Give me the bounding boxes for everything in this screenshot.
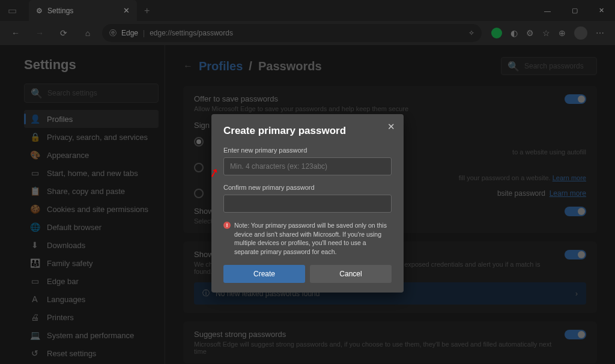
create-primary-password-dialog: ✕ Create primary password Enter new prim… <box>211 114 404 293</box>
confirm-password-label: Confirm new primary password <box>223 184 392 191</box>
dialog-note-text: Note: Your primary password will be save… <box>234 221 392 256</box>
confirm-password-input[interactable] <box>223 195 392 213</box>
modal-overlay: ✕ Create primary password Enter new prim… <box>0 0 615 364</box>
dialog-title: Create primary password <box>223 125 392 137</box>
alert-icon: ! <box>223 222 231 229</box>
cancel-button[interactable]: Cancel <box>310 265 392 283</box>
enter-password-label: Enter new primary password <box>223 147 392 154</box>
primary-password-input[interactable] <box>223 157 392 175</box>
dialog-close-button[interactable]: ✕ <box>387 121 395 132</box>
create-button[interactable]: Create <box>223 265 305 283</box>
